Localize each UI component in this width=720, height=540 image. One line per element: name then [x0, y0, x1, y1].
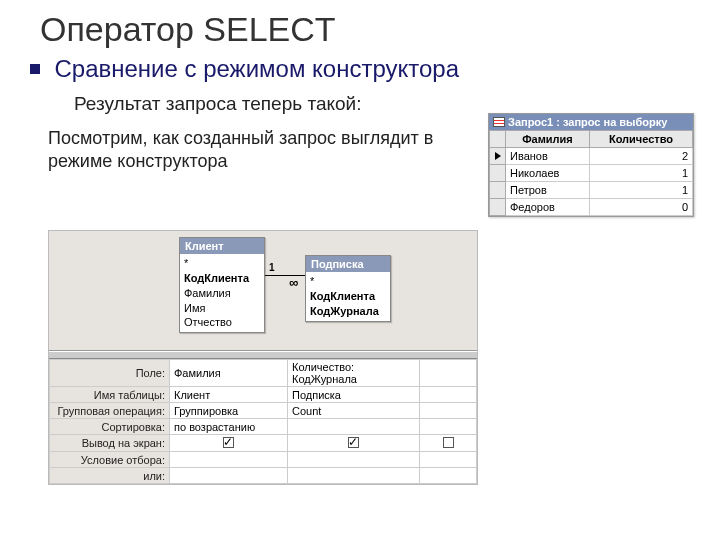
grid-label-table: Имя таблицы:	[50, 387, 170, 403]
grid-cell[interactable]	[170, 468, 288, 484]
grid-cell[interactable]: Группировка	[170, 403, 288, 419]
row-selector[interactable]	[490, 182, 506, 199]
table-row: Петров 1	[490, 182, 693, 199]
field-item[interactable]: Отчество	[184, 315, 260, 330]
bullet-icon	[30, 64, 40, 74]
grid-label-group: Групповая операция:	[50, 403, 170, 419]
show-checkbox[interactable]	[443, 437, 454, 448]
query-designer-window: Клиент * КодКлиента Фамилия Имя Отчество…	[48, 230, 478, 485]
join-label-one: 1	[269, 262, 275, 273]
designer-splitter[interactable]	[49, 351, 477, 359]
subtitle: Сравнение с режимом конструктора	[54, 55, 459, 83]
datasheet-icon	[493, 117, 505, 127]
table-row: Иванов 2	[490, 148, 693, 165]
grid-cell[interactable]: Количество: КодЖурнала	[288, 360, 420, 387]
grid-label-or: или:	[50, 468, 170, 484]
field-item[interactable]: КодКлиента	[310, 289, 386, 304]
grid-cell[interactable]: Клиент	[170, 387, 288, 403]
subtitle-row: Сравнение с режимом конструктора	[30, 55, 720, 83]
grid-cell-show[interactable]	[420, 435, 477, 452]
grid-cell[interactable]	[288, 468, 420, 484]
table-card-client[interactable]: Клиент * КодКлиента Фамилия Имя Отчество	[179, 237, 265, 333]
show-checkbox[interactable]	[348, 437, 359, 448]
table-row: Николаев 1	[490, 165, 693, 182]
grid-cell[interactable]	[420, 419, 477, 435]
grid-label-show: Вывод на экран:	[50, 435, 170, 452]
row-selector[interactable]	[490, 148, 506, 165]
table-row: Федоров 0	[490, 199, 693, 216]
grid-cell[interactable]	[288, 452, 420, 468]
field-item[interactable]: КодКлиента	[184, 271, 260, 286]
grid-cell[interactable]	[288, 419, 420, 435]
row-selector[interactable]	[490, 165, 506, 182]
table-card-fields: * КодКлиента Фамилия Имя Отчество	[180, 254, 264, 332]
grid-cell[interactable]: Count	[288, 403, 420, 419]
show-checkbox[interactable]	[223, 437, 234, 448]
cell-surname: Федоров	[506, 199, 590, 216]
cell-count: 0	[589, 199, 692, 216]
field-item[interactable]: Имя	[184, 301, 260, 316]
grid-label-field: Поле:	[50, 360, 170, 387]
join-line[interactable]	[265, 275, 305, 276]
designer-intro-text: Посмотрим, как созданный запрос выглядит…	[48, 127, 438, 174]
cell-count: 2	[589, 148, 692, 165]
join-label-many: ∞	[289, 275, 298, 290]
table-card-title: Подписка	[306, 256, 390, 272]
designer-relationship-pane: Клиент * КодКлиента Фамилия Имя Отчество…	[49, 231, 477, 351]
query-result-window: Запрос1 : запрос на выборку Фамилия Коли…	[488, 113, 694, 217]
table-card-fields: * КодКлиента КодЖурнала	[306, 272, 390, 321]
page-title: Оператор SELECT	[40, 10, 720, 49]
grid-cell[interactable]	[170, 452, 288, 468]
design-grid: Поле: Фамилия Количество: КодЖурнала Имя…	[49, 359, 477, 484]
cell-surname: Иванов	[506, 148, 590, 165]
result-table: Фамилия Количество Иванов 2 Николаев 1 П…	[489, 130, 693, 216]
result-intro-text: Результат запроса теперь такой:	[74, 93, 720, 115]
grid-cell-show[interactable]	[288, 435, 420, 452]
grid-cell[interactable]	[420, 403, 477, 419]
row-selector[interactable]	[490, 199, 506, 216]
grid-cell[interactable]: по возрастанию	[170, 419, 288, 435]
cell-surname: Петров	[506, 182, 590, 199]
current-row-arrow-icon	[495, 152, 501, 160]
field-item[interactable]: КодЖурнала	[310, 304, 386, 319]
result-titlebar: Запрос1 : запрос на выборку	[489, 114, 693, 130]
result-col-header: Фамилия	[506, 131, 590, 148]
grid-cell[interactable]	[420, 387, 477, 403]
grid-cell[interactable]	[420, 468, 477, 484]
grid-label-sort: Сортировка:	[50, 419, 170, 435]
result-window-title: Запрос1 : запрос на выборку	[508, 116, 667, 128]
field-star[interactable]: *	[184, 256, 260, 271]
table-card-title: Клиент	[180, 238, 264, 254]
result-col-header: Количество	[589, 131, 692, 148]
cell-count: 1	[589, 165, 692, 182]
field-item[interactable]: Фамилия	[184, 286, 260, 301]
grid-label-criteria: Условие отбора:	[50, 452, 170, 468]
grid-cell[interactable]: Подписка	[288, 387, 420, 403]
result-corner-cell	[490, 131, 506, 148]
field-star[interactable]: *	[310, 274, 386, 289]
cell-surname: Николаев	[506, 165, 590, 182]
cell-count: 1	[589, 182, 692, 199]
table-card-subscription[interactable]: Подписка * КодКлиента КодЖурнала	[305, 255, 391, 322]
grid-cell[interactable]: Фамилия	[170, 360, 288, 387]
grid-cell-show[interactable]	[170, 435, 288, 452]
grid-cell[interactable]	[420, 452, 477, 468]
grid-cell[interactable]	[420, 360, 477, 387]
